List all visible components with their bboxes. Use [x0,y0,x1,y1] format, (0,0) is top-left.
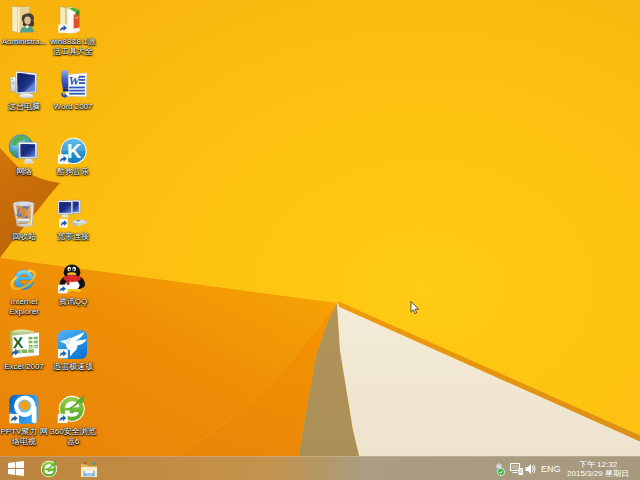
svg-text:X: X [12,334,24,351]
svg-text:K: K [67,140,82,162]
svg-text:W: W [68,74,80,88]
